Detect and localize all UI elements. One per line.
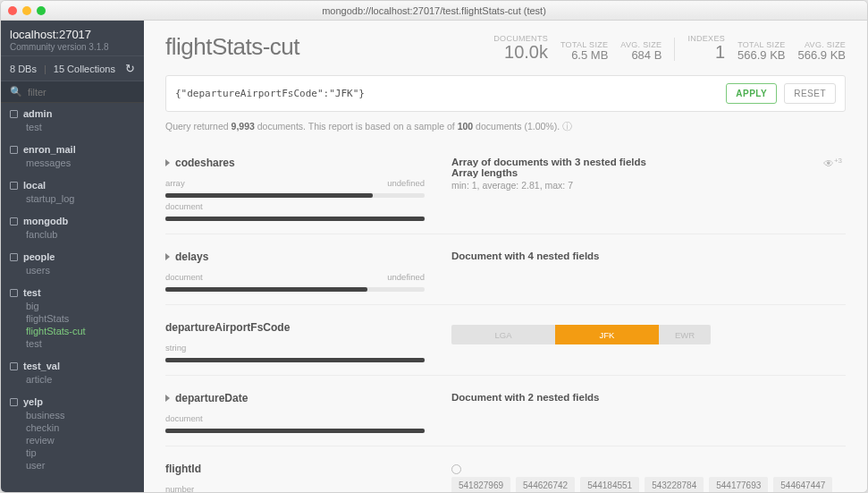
field-summary: Document with 4 nested fields — [451, 251, 846, 261]
search-icon: 🔍 — [10, 86, 22, 98]
collection-item[interactable]: fanclub — [26, 228, 135, 241]
database-icon — [10, 289, 18, 297]
field-departureDate: departureDate document Document with 2 n… — [165, 375, 846, 446]
value-chip[interactable]: 541827969 — [451, 477, 510, 492]
value-segment-active[interactable]: JFK — [555, 325, 659, 344]
database-item[interactable]: peopleusers — [1, 246, 144, 282]
database-name: people — [23, 251, 55, 262]
value-chip[interactable]: 544626742 — [516, 477, 575, 492]
collection-title: flightStats-cut — [165, 33, 299, 61]
type-bar — [165, 358, 425, 362]
field-name[interactable]: departureDate — [165, 392, 425, 404]
collection-stats: DOCUMENTS DOCUMENTS10.0k total size 6.5 … — [493, 34, 846, 61]
schema-fields: codeshares arrayundefined document 👁+3 A… — [144, 137, 867, 492]
database-item[interactable]: admintest — [1, 103, 144, 139]
zoom-icon[interactable] — [37, 6, 46, 15]
subtype-bar — [165, 217, 425, 221]
database-icon — [10, 110, 18, 118]
collection-item[interactable]: business — [26, 409, 135, 421]
separator: | — [44, 64, 46, 74]
field-name[interactable]: flightId — [165, 463, 425, 475]
collection-item[interactable]: flightStats — [26, 312, 135, 325]
caret-icon — [165, 159, 170, 166]
window-controls — [1, 6, 46, 15]
collection-item[interactable]: users — [26, 264, 135, 276]
value-segment[interactable]: LGA — [451, 325, 555, 344]
value-segment[interactable]: EWR — [659, 325, 711, 344]
database-icon — [10, 217, 18, 225]
value-chip[interactable]: 544177693 — [709, 477, 768, 492]
database-item[interactable]: mongodbfanclub — [1, 210, 144, 246]
field-codeshares: codeshares arrayundefined document 👁+3 A… — [165, 140, 846, 234]
database-name: test — [23, 287, 41, 298]
window-title: mongodb://localhost:27017/test.flightSta… — [1, 5, 867, 16]
collection-item[interactable]: big — [26, 300, 135, 312]
value-chip[interactable]: 543228784 — [645, 477, 704, 492]
query-bar: {"departureAirportFsCode":"JFK"} APPLY R… — [165, 75, 846, 112]
type-bar — [165, 193, 425, 198]
info-icon[interactable]: ⓘ — [562, 121, 572, 132]
close-icon[interactable] — [8, 6, 17, 15]
database-icon — [10, 253, 18, 261]
stat-total-size: total size 6.5 MB — [560, 40, 608, 61]
collection-item[interactable]: test — [26, 337, 135, 350]
field-name[interactable]: delays — [165, 251, 425, 263]
collection-item[interactable]: messages — [26, 157, 135, 169]
stat-index-avg-size: avg. size 566.9 KB — [798, 40, 847, 61]
collection-item[interactable]: article — [26, 373, 135, 386]
database-item[interactable]: test_valarticle — [1, 355, 144, 391]
sample-notice: Query returned 9,993 documents. This rep… — [165, 121, 846, 133]
value-chip[interactable]: 544184551 — [580, 477, 639, 492]
field-flightId: flightId number 541827969544626742544184… — [165, 446, 846, 492]
collection-item[interactable]: user — [26, 459, 135, 472]
database-name: test_val — [23, 361, 60, 371]
value-distribution: LGA JFK EWR — [451, 325, 711, 344]
field-summary: Document with 2 nested fields — [451, 392, 846, 403]
radio-icon[interactable] — [451, 464, 461, 474]
sample-values: 5418279695446267425441845515432287845441… — [451, 477, 846, 492]
database-item[interactable]: testbigflightStatsflightStats-cuttest — [1, 282, 144, 355]
filter-input[interactable] — [28, 87, 144, 98]
sidebar-filter[interactable]: 🔍 — [1, 81, 144, 103]
value-chip[interactable]: 544647447 — [773, 477, 832, 492]
field-delays: delays documentundefined Document with 4… — [165, 234, 846, 304]
database-icon — [10, 362, 18, 370]
collection-item[interactable]: flightStats-cut — [26, 325, 135, 337]
field-name[interactable]: codeshares — [165, 157, 425, 169]
collection-header: flightStats-cut DOCUMENTS DOCUMENTS10.0k… — [144, 21, 867, 70]
main-panel: flightStats-cut DOCUMENTS DOCUMENTS10.0k… — [144, 21, 867, 492]
expand-icon[interactable]: 👁+3 — [823, 157, 842, 170]
query-input[interactable]: {"departureAirportFsCode":"JFK"} — [175, 88, 719, 99]
caret-icon — [165, 253, 170, 260]
database-name: yelp — [23, 396, 43, 407]
collection-item[interactable]: checkin — [26, 421, 135, 434]
collection-item[interactable]: review — [26, 434, 135, 446]
apply-button[interactable]: APPLY — [726, 83, 777, 104]
reset-button[interactable]: RESET — [784, 83, 836, 104]
collection-count: 15 Collections — [54, 64, 115, 74]
stat-documents: DOCUMENTS DOCUMENTS10.0k — [493, 34, 548, 61]
field-departureAirportFsCode: departureAirportFsCode string LGA JFK EW… — [165, 304, 846, 375]
database-name: admin — [23, 108, 52, 119]
database-icon — [10, 146, 18, 154]
stat-avg-size: avg. size 684 B — [620, 40, 662, 61]
database-name: mongodb — [23, 216, 68, 226]
connection-header: localhost:27017 Community version 3.1.8 — [1, 21, 144, 55]
collection-item[interactable]: tip — [26, 446, 135, 459]
divider — [674, 38, 675, 61]
refresh-icon[interactable]: ↻ — [125, 62, 135, 75]
database-item[interactable]: enron_mailmessages — [1, 139, 144, 174]
field-name[interactable]: departureAirportFsCode — [165, 321, 425, 334]
sidebar-summary: 8 DBs | 15 Collections ↻ — [1, 55, 144, 81]
minimize-icon[interactable] — [22, 6, 31, 15]
database-item[interactable]: localstartup_log — [1, 174, 144, 210]
collection-item[interactable]: test — [26, 121, 135, 133]
db-count: 8 DBs — [10, 64, 37, 74]
database-icon — [10, 398, 18, 406]
database-list: admintestenron_mailmessageslocalstartup_… — [1, 103, 144, 492]
field-summary: Array of documents with 3 nested fields — [451, 157, 846, 167]
sidebar: localhost:27017 Community version 3.1.8 … — [1, 21, 144, 492]
stat-indexes: INDEXES 1 — [687, 34, 725, 61]
collection-item[interactable]: startup_log — [26, 192, 135, 205]
database-item[interactable]: yelpbusinesscheckinreviewtipuser — [1, 391, 144, 477]
